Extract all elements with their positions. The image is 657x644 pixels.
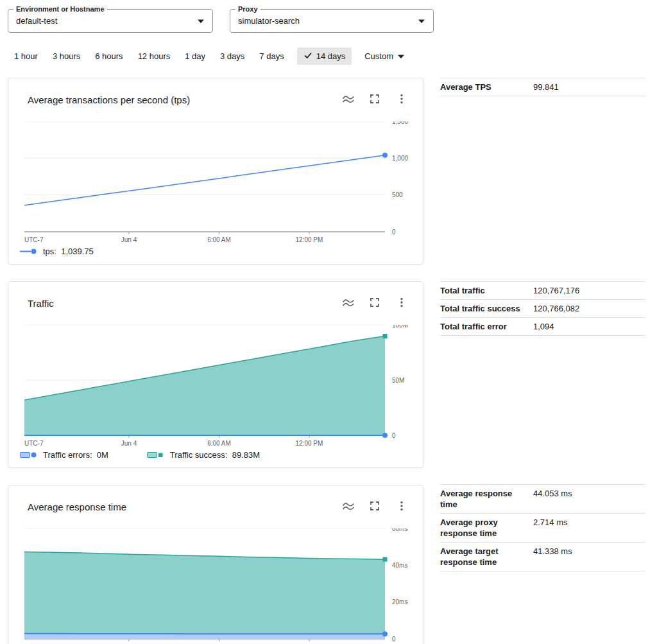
stat-label: Average response time bbox=[440, 488, 533, 510]
svg-text:0: 0 bbox=[392, 636, 396, 643]
svg-text:12:00 PM: 12:00 PM bbox=[296, 236, 323, 243]
svg-text:20ms: 20ms bbox=[392, 598, 407, 605]
stat-label: Average target response time bbox=[440, 546, 533, 568]
svg-text:50M: 50M bbox=[392, 377, 404, 384]
svg-text:500: 500 bbox=[392, 191, 403, 198]
api-monitoring-dashboard: Environment or Hostname default-test Pro… bbox=[0, 0, 657, 644]
time-range-1-day[interactable]: 1 day bbox=[185, 51, 205, 61]
svg-text:1,000: 1,000 bbox=[392, 155, 408, 162]
chart-type-toggle-icon[interactable] bbox=[342, 500, 355, 512]
stat-row: Total traffic error 1,094 bbox=[440, 317, 645, 336]
stat-row: Average proxy response time 2.714 ms bbox=[440, 513, 645, 542]
svg-text:UTC-7: UTC-7 bbox=[24, 236, 44, 243]
dropdown-arrow-icon bbox=[197, 19, 205, 24]
more-vert-icon[interactable] bbox=[396, 296, 409, 309]
stat-value: 99.841 bbox=[533, 82, 559, 92]
chart-type-toggle-icon[interactable] bbox=[342, 92, 355, 105]
stat-row: Total traffic 120,767,176 bbox=[440, 281, 645, 299]
time-range-1-hour[interactable]: 1 hour bbox=[14, 51, 38, 61]
chart-type-toggle-icon[interactable] bbox=[342, 296, 355, 309]
svg-text:Jun 4: Jun 4 bbox=[121, 236, 137, 243]
fullscreen-icon[interactable] bbox=[369, 296, 382, 309]
legend-item: Traffic errors: 0M bbox=[20, 450, 108, 460]
stat-value: 120,767,176 bbox=[533, 285, 579, 296]
time-range-14-days[interactable]: 14 days bbox=[297, 48, 352, 65]
stat-label: Total traffic bbox=[440, 285, 533, 296]
tps-chart-card: Average transactions per second (tps) 1,… bbox=[8, 78, 423, 265]
stat-value: 2.714 ms bbox=[533, 517, 567, 528]
check-icon bbox=[303, 51, 312, 62]
dropdown-arrow-icon bbox=[418, 19, 425, 24]
time-range-selector: 1 hour 3 hours 6 hours 12 hours 1 day 3 … bbox=[14, 48, 405, 65]
legend-label: Traffic errors: 0M bbox=[43, 450, 108, 460]
traffic-chart-legend: Traffic errors: 0MTraffic success: 89.83… bbox=[20, 450, 298, 460]
traffic-chart-card: Traffic 100M50M0UTC-7Jun 46:00 AM12:00 P… bbox=[8, 281, 423, 468]
time-range-12-hours[interactable]: 12 hours bbox=[138, 51, 171, 61]
time-range-custom[interactable]: Custom bbox=[364, 51, 405, 61]
svg-text:Jun 4: Jun 4 bbox=[121, 440, 137, 447]
traffic-chart-plot: 100M50M0UTC-7Jun 46:00 AM12:00 PM bbox=[24, 325, 409, 452]
stat-value: 1,094 bbox=[533, 321, 554, 332]
time-range-3-hours[interactable]: 3 hours bbox=[53, 51, 80, 61]
stat-label: Total traffic error bbox=[440, 321, 533, 332]
chart-title: Average transactions per second (tps) bbox=[28, 94, 190, 105]
proxy-select-value: simulator-search bbox=[238, 16, 418, 26]
legend-item: Traffic success: 89.83M bbox=[147, 450, 260, 460]
stat-value: 44.053 ms bbox=[533, 488, 572, 499]
fullscreen-icon[interactable] bbox=[369, 92, 382, 105]
legend-label: tps: 1,039.75 bbox=[43, 247, 94, 256]
legend-item: tps: 1,039.75 bbox=[20, 247, 94, 256]
svg-text:40ms: 40ms bbox=[392, 562, 407, 569]
traffic-stats-table: Total traffic 120,767,176 Total traffic … bbox=[440, 281, 645, 336]
stat-value: 120,766,082 bbox=[533, 303, 579, 314]
svg-text:0: 0 bbox=[392, 432, 396, 439]
stat-label: Average proxy response time bbox=[440, 517, 533, 539]
svg-text:100M: 100M bbox=[392, 325, 408, 329]
chart-title: Traffic bbox=[28, 298, 54, 309]
response-time-stats-table: Average response time 44.053 ms Average … bbox=[440, 484, 645, 571]
environment-select[interactable]: Environment or Hostname default-test bbox=[8, 9, 213, 33]
stat-row: Average TPS 99.841 bbox=[440, 78, 645, 96]
svg-text:6:00 AM: 6:00 AM bbox=[207, 236, 231, 243]
stat-value: 41.338 ms bbox=[533, 546, 572, 557]
svg-text:12:00 PM: 12:00 PM bbox=[296, 440, 323, 447]
svg-text:60ms: 60ms bbox=[392, 528, 407, 532]
fullscreen-icon[interactable] bbox=[369, 500, 382, 512]
dropdown-arrow-icon bbox=[397, 51, 405, 61]
more-vert-icon[interactable] bbox=[396, 92, 409, 105]
stat-label: Total traffic success bbox=[440, 303, 533, 314]
legend-label: Traffic success: 89.83M bbox=[170, 450, 260, 460]
time-range-custom-label: Custom bbox=[364, 51, 393, 61]
more-vert-icon[interactable] bbox=[396, 500, 409, 512]
stat-row: Total traffic success 120,766,082 bbox=[440, 299, 645, 317]
proxy-select[interactable]: Proxy simulator-search bbox=[230, 9, 434, 33]
svg-text:UTC-7: UTC-7 bbox=[24, 440, 44, 447]
environment-select-label: Environment or Hostname bbox=[13, 5, 107, 13]
time-range-3-days[interactable]: 3 days bbox=[220, 51, 244, 61]
tps-stats-table: Average TPS 99.841 bbox=[440, 78, 645, 96]
environment-select-value: default-test bbox=[16, 16, 197, 26]
response-time-chart-card: Average response time 60ms40ms20ms0UTC-7… bbox=[8, 485, 423, 644]
time-range-6-hours[interactable]: 6 hours bbox=[95, 51, 123, 61]
svg-text:1,500: 1,500 bbox=[392, 121, 408, 125]
chart-title: Average response time bbox=[28, 501, 126, 512]
stat-label: Average TPS bbox=[440, 82, 533, 92]
stat-row: Average response time 44.053 ms bbox=[440, 484, 645, 513]
stat-row: Average target response time 41.338 ms bbox=[440, 542, 645, 571]
tps-chart-plot: 1,5001,0005000UTC-7Jun 46:00 AM12:00 PM bbox=[24, 121, 409, 248]
proxy-select-label: Proxy bbox=[235, 5, 260, 13]
response-time-chart-plot: 60ms40ms20ms0UTC-7Jun 46:00 AM12:00 PM bbox=[24, 528, 409, 644]
time-range-7-days[interactable]: 7 days bbox=[259, 51, 284, 61]
svg-text:0: 0 bbox=[392, 229, 396, 236]
svg-text:6:00 AM: 6:00 AM bbox=[207, 440, 231, 447]
time-range-14-days-label: 14 days bbox=[316, 51, 346, 61]
tps-chart-legend: tps: 1,039.75 bbox=[20, 247, 132, 256]
